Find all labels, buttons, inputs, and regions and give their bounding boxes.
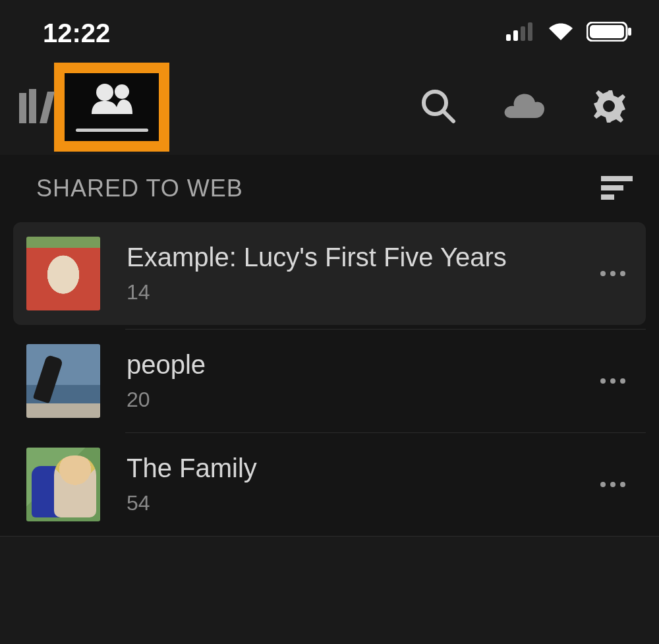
item-title: people <box>127 350 567 380</box>
item-thumbnail <box>26 344 100 418</box>
svg-rect-15 <box>601 176 633 181</box>
svg-rect-3 <box>528 22 532 41</box>
divider <box>0 536 659 537</box>
item-count: 54 <box>127 491 567 515</box>
svg-rect-16 <box>601 185 623 190</box>
cloud-button[interactable] <box>502 92 546 123</box>
svg-rect-1 <box>513 30 518 41</box>
shared-tab-highlight <box>54 63 169 152</box>
active-tab-underline <box>76 129 148 132</box>
svg-rect-6 <box>628 28 631 36</box>
item-more-button[interactable] <box>593 261 633 286</box>
svg-point-22 <box>610 378 616 384</box>
svg-point-25 <box>610 482 616 487</box>
item-more-button[interactable] <box>593 368 633 394</box>
item-text: The Family 54 <box>127 454 567 515</box>
shared-tab[interactable] <box>76 82 148 132</box>
item-count: 20 <box>127 388 567 412</box>
svg-point-19 <box>610 271 616 276</box>
library-icon <box>18 89 55 126</box>
status-time: 12:22 <box>43 18 110 48</box>
cloud-icon <box>502 92 546 123</box>
item-more-button[interactable] <box>593 472 633 497</box>
svg-point-11 <box>115 84 129 99</box>
library-tab[interactable] <box>13 71 59 144</box>
svg-rect-2 <box>521 26 525 41</box>
svg-point-14 <box>603 100 615 112</box>
more-icon <box>600 479 626 490</box>
shared-list: Example: Lucy's First Five Years 14 peop… <box>0 222 659 536</box>
svg-line-13 <box>444 111 453 121</box>
sort-icon <box>601 175 633 202</box>
sort-button[interactable] <box>601 175 633 202</box>
list-item[interactable]: The Family 54 <box>13 433 646 536</box>
svg-rect-8 <box>29 89 36 123</box>
search-button[interactable] <box>420 88 456 127</box>
item-title: The Family <box>127 454 567 483</box>
item-thumbnail <box>26 237 100 310</box>
item-thumbnail <box>26 448 100 521</box>
toolbar <box>0 59 659 155</box>
svg-point-26 <box>620 482 625 487</box>
svg-point-10 <box>96 84 113 101</box>
item-count: 14 <box>127 280 567 305</box>
svg-point-21 <box>600 378 606 384</box>
svg-rect-17 <box>601 194 614 200</box>
people-icon <box>89 82 135 117</box>
wifi-icon <box>547 22 575 44</box>
section-title: SHARED TO WEB <box>36 175 243 202</box>
list-item[interactable]: people 20 <box>13 330 646 432</box>
cellular-signal-icon <box>506 22 535 44</box>
item-title: Example: Lucy's First Five Years <box>127 243 567 272</box>
svg-point-20 <box>620 271 625 276</box>
search-icon <box>420 88 456 127</box>
svg-point-18 <box>600 271 606 276</box>
gear-icon <box>592 89 626 126</box>
status-icons <box>506 22 633 44</box>
item-text: Example: Lucy's First Five Years 14 <box>127 243 567 305</box>
status-bar: 12:22 <box>0 0 659 59</box>
svg-rect-0 <box>506 34 511 41</box>
section-header: SHARED TO WEB <box>0 155 659 222</box>
more-icon <box>600 268 626 279</box>
svg-rect-9 <box>40 92 55 123</box>
item-text: people 20 <box>127 350 567 412</box>
battery-icon <box>587 22 633 44</box>
settings-button[interactable] <box>592 89 626 126</box>
list-item[interactable]: Example: Lucy's First Five Years 14 <box>13 222 646 325</box>
svg-rect-5 <box>590 25 624 38</box>
svg-rect-7 <box>19 93 26 123</box>
svg-point-23 <box>620 378 625 384</box>
more-icon <box>600 375 626 386</box>
svg-point-24 <box>600 482 606 487</box>
